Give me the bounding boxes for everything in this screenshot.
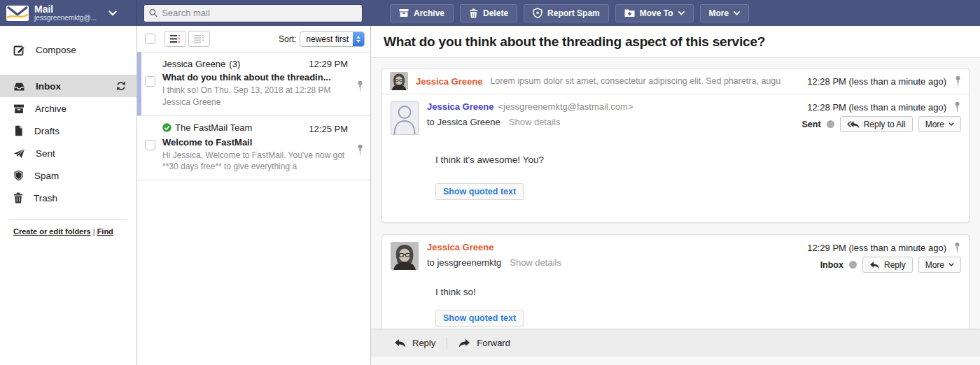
compose-icon <box>13 44 25 56</box>
conversation-subject: What do you think about the threadin... <box>162 72 365 83</box>
selected-indicator <box>137 52 141 115</box>
read-status-dot[interactable] <box>827 120 834 128</box>
find-link[interactable]: Find <box>97 227 113 236</box>
sent-icon <box>13 148 25 159</box>
sidebar-item-trash[interactable]: Trash <box>0 187 136 209</box>
message-header-left: Jessica Greene to jessgreenemktg Show de… <box>427 242 561 273</box>
move-to-button[interactable]: Move To <box>615 4 694 22</box>
mail-logo-icon <box>6 4 29 22</box>
footer-forward-button[interactable]: Forward <box>458 338 510 348</box>
more-actions-button[interactable]: More <box>918 257 961 273</box>
sender-line: Jessica Greene <box>427 242 561 252</box>
pin-icon[interactable] <box>356 144 364 155</box>
collapsed-time: 12:28 PM (less than a minute ago) <box>807 76 946 87</box>
show-details-link[interactable]: Show details <box>510 257 561 268</box>
list-view-dense-icon <box>169 34 181 43</box>
select-all-checkbox[interactable] <box>145 34 155 44</box>
search-area <box>137 0 371 26</box>
trash-icon <box>13 192 23 203</box>
sender-name-link[interactable]: Jessica Greene <box>427 101 493 112</box>
message-time: 12:29 PM (less than a minute ago) <box>807 243 946 253</box>
sidebar-item-inbox[interactable]: Inbox <box>0 75 136 97</box>
show-quoted-text-button[interactable]: Show quoted text <box>435 310 524 327</box>
message-list: Sort: newest first Jessica Greene (3) 12… <box>137 26 371 365</box>
pin-icon[interactable] <box>953 242 961 253</box>
pin-icon[interactable] <box>953 101 961 113</box>
message-list-toolbar: Sort: newest first <box>137 26 370 52</box>
conversation-checkbox[interactable] <box>145 76 155 87</box>
topbar: Mail jessgreenemktg@... <box>0 0 980 26</box>
sidebar-item-archive[interactable]: Archive <box>0 97 136 120</box>
sender-name-link[interactable]: Jessica Greene <box>427 242 493 252</box>
show-quoted-text-button[interactable]: Show quoted text <box>435 183 524 200</box>
reply-icon <box>869 261 880 269</box>
report-spam-button[interactable]: Report Spam <box>524 4 609 22</box>
compose-button[interactable]: Compose <box>0 38 136 61</box>
chevron-down-icon <box>948 122 954 126</box>
delete-button[interactable]: Delete <box>460 4 517 22</box>
message-time: 12:28 PM (less than a minute ago) <box>807 102 946 113</box>
read-status-dot[interactable] <box>849 261 857 269</box>
sidebar-item-label: Inbox <box>36 81 61 92</box>
conversation-sender: Jessica Greene <box>162 59 225 69</box>
message-header: Jessica Greene to jessgreenemktg Show de… <box>382 235 969 275</box>
recipient-text: to jessgreenemktg <box>427 257 501 268</box>
sidebar-item-spam[interactable]: Spam <box>0 164 136 187</box>
app-title: Mail <box>34 4 97 15</box>
sort-area: Sort: newest first <box>279 31 365 47</box>
archive-button[interactable]: Archive <box>390 4 454 22</box>
sidebar-item-sent[interactable]: Sent <box>0 142 136 164</box>
account-switcher[interactable]: Mail jessgreenemktg@... <box>0 0 137 26</box>
reply-button[interactable]: Reply <box>862 257 913 273</box>
reply-to-all-button[interactable]: Reply to All <box>840 116 913 132</box>
more-button[interactable]: More <box>700 4 750 22</box>
delete-button-label: Delete <box>483 8 508 18</box>
pin-icon[interactable] <box>356 80 364 92</box>
footer-reply-button[interactable]: Reply <box>394 338 435 348</box>
folder-badge: Sent <box>802 120 821 129</box>
show-details-link[interactable]: Show details <box>509 117 561 127</box>
pin-icon[interactable] <box>954 76 962 87</box>
collapsed-message[interactable]: Jessica Greene Lorem ipsum dolor sit ame… <box>382 69 969 94</box>
conversation-row-1[interactable]: Jessica Greene (3) 12:29 PM What do you … <box>137 52 370 116</box>
conversation-count: (3) <box>229 59 240 69</box>
sidebar-item-drafts[interactable]: Drafts <box>0 120 136 142</box>
thread-scroll-area[interactable]: Jessica Greene Lorem ipsum dolor sit ame… <box>371 58 980 329</box>
sort-label: Sort: <box>279 34 296 44</box>
sidebar-item-label: Trash <box>34 193 57 203</box>
conversation-time: 12:29 PM <box>309 59 365 69</box>
sender-email: <jessgreenemktg@fastmail.com> <box>498 101 633 112</box>
view-expanded-button[interactable] <box>164 31 186 47</box>
footer-divider <box>447 337 447 349</box>
compose-label: Compose <box>36 45 76 55</box>
message-header-left: Jessica Greene <jessgreenemktg@fastmail.… <box>427 101 634 135</box>
conversation-snippet: Hi Jessica, Welcome to FastMail. You've … <box>162 150 365 173</box>
collapsed-sender-name[interactable]: Jessica Greene <box>416 76 482 87</box>
view-compact-button[interactable] <box>188 31 210 47</box>
conversation-meta: Jessica Greene (3) 12:29 PM <box>162 59 365 69</box>
search-box <box>144 4 363 22</box>
archive-icon <box>13 103 24 114</box>
message-header-right: 12:28 PM (less than a minute ago) Sent <box>802 101 961 135</box>
main-layout: Compose Inbox <box>0 26 980 365</box>
refresh-icon[interactable] <box>115 80 127 92</box>
conversation-checkbox[interactable] <box>145 140 155 150</box>
time-line: 12:28 PM (less than a minute ago) <box>802 101 961 113</box>
search-input[interactable] <box>162 8 357 18</box>
avatar <box>390 72 408 90</box>
more-actions-button[interactable]: More <box>918 116 961 132</box>
sort-select[interactable]: newest first <box>300 31 365 47</box>
collapsed-snippet: Lorem ipsum dolor sit amet, consectetur … <box>490 76 799 86</box>
trash-icon <box>469 8 478 18</box>
chevron-down-icon <box>678 11 685 15</box>
sidebar-footer-links: Create or edit folders | Find <box>0 220 136 236</box>
message-header: Jessica Greene <jessgreenemktg@fastmail.… <box>382 94 969 138</box>
more-actions-label: More <box>925 120 944 129</box>
inbox-icon <box>13 81 25 92</box>
sidebar-item-label: Archive <box>35 103 66 114</box>
conversation-row-2[interactable]: The FastMail Team 12:25 PM Welcome to Fa… <box>137 116 370 181</box>
create-edit-folders-link[interactable]: Create or edit folders <box>13 227 91 236</box>
select-stepper-icon <box>353 31 364 47</box>
view-toggle <box>164 31 210 47</box>
footer-forward-label: Forward <box>477 338 510 348</box>
